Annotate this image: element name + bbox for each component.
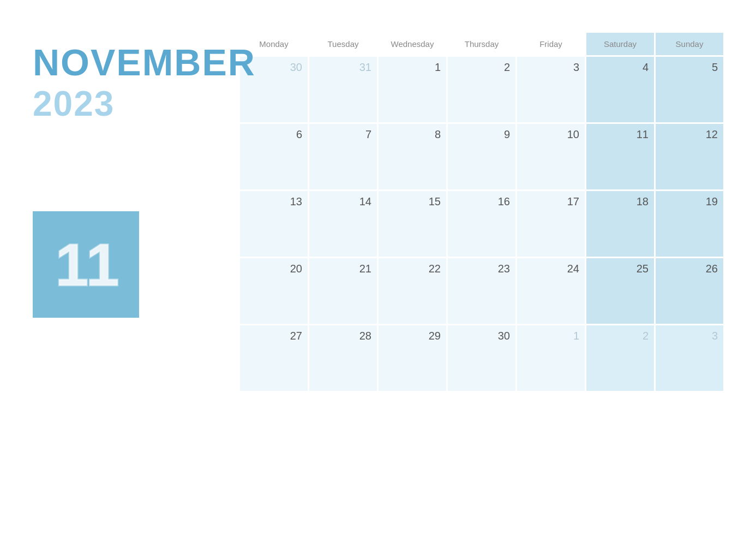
week-row-3: 13141516171819 [240,191,723,257]
day-cell[interactable]: 22 [379,258,446,324]
day-header-thursday: Thursday [448,33,515,55]
day-number: 5 [712,61,718,74]
month-number-box: 11 [33,211,139,318]
day-number: 1 [573,330,579,342]
day-number: 22 [429,263,441,275]
weeks-container: 3031123456789101112131415161718192021222… [240,57,723,391]
day-number: 25 [637,263,649,275]
day-cell[interactable]: 26 [656,258,723,324]
day-cell[interactable]: 17 [517,191,585,257]
month-title: NOVEMBER [33,44,240,81]
day-number: 6 [296,128,302,141]
day-cell[interactable]: 8 [379,124,446,189]
day-number: 28 [359,330,371,342]
day-number: 31 [359,61,371,74]
day-number: 23 [498,263,510,275]
day-number: 29 [429,330,441,342]
week-row-2: 6789101112 [240,124,723,189]
day-cell[interactable]: 10 [517,124,585,189]
day-cell[interactable]: 1 [379,57,446,122]
day-number: 15 [429,195,441,208]
day-cell[interactable]: 9 [448,124,515,189]
calendar-page: NOVEMBER 2023 11 MondayTuesdayWednesdayT… [0,0,756,535]
day-cell[interactable]: 6 [240,124,308,189]
day-number: 18 [637,195,649,208]
day-cell[interactable]: 28 [309,325,377,391]
day-header-sunday: Sunday [656,33,723,55]
day-number: 21 [359,263,371,275]
day-cell[interactable]: 20 [240,258,308,324]
day-header-wednesday: Wednesday [379,33,446,55]
day-cell[interactable]: 23 [448,258,515,324]
calendar-grid: MondayTuesdayWednesdayThursdayFridaySatu… [240,33,723,391]
day-cell[interactable]: 24 [517,258,585,324]
day-number: 9 [504,128,510,141]
day-cell[interactable]: 29 [379,325,446,391]
day-number: 4 [643,61,649,74]
week-row-4: 20212223242526 [240,258,723,324]
day-number: 14 [359,195,371,208]
day-cell[interactable]: 2 [448,57,515,122]
day-cell[interactable]: 14 [309,191,377,257]
day-cell[interactable]: 30 [448,325,515,391]
left-panel: NOVEMBER 2023 11 [33,33,240,121]
day-cell[interactable]: 7 [309,124,377,189]
day-number: 7 [365,128,371,141]
day-number: 27 [290,330,302,342]
day-cell[interactable]: 19 [656,191,723,257]
day-number: 3 [573,61,579,74]
day-number: 1 [435,61,441,74]
day-cell[interactable]: 16 [448,191,515,257]
day-number: 3 [712,330,718,342]
day-cell[interactable]: 11 [586,124,654,189]
day-number: 10 [567,128,579,141]
day-cell[interactable]: 5 [656,57,723,122]
day-cell[interactable]: 13 [240,191,308,257]
day-cell[interactable]: 3 [656,325,723,391]
day-cell[interactable]: 25 [586,258,654,324]
day-cell[interactable]: 27 [240,325,308,391]
day-headers: MondayTuesdayWednesdayThursdayFridaySatu… [240,33,723,55]
day-cell[interactable]: 4 [586,57,654,122]
day-cell[interactable]: 21 [309,258,377,324]
day-number: 20 [290,263,302,275]
day-cell[interactable]: 1 [517,325,585,391]
day-header-tuesday: Tuesday [309,33,377,55]
day-header-friday: Friday [517,33,585,55]
week-row-5: 27282930123 [240,325,723,391]
day-number: 12 [706,128,718,141]
day-number: 30 [498,330,510,342]
day-number: 19 [706,195,718,208]
day-cell[interactable]: 12 [656,124,723,189]
day-cell[interactable]: 3 [517,57,585,122]
day-number: 8 [435,128,441,141]
day-cell[interactable]: 31 [309,57,377,122]
year-title: 2023 [33,86,240,121]
day-cell[interactable]: 15 [379,191,446,257]
day-number: 26 [706,263,718,275]
day-number: 11 [637,128,649,141]
day-number: 16 [498,195,510,208]
day-number: 13 [290,195,302,208]
week-row-1: 303112345 [240,57,723,122]
month-number: 11 [55,235,116,295]
day-number: 24 [567,263,579,275]
day-number: 2 [643,330,649,342]
day-number: 30 [290,61,302,74]
day-cell[interactable]: 2 [586,325,654,391]
day-cell[interactable]: 18 [586,191,654,257]
day-number: 2 [504,61,510,74]
day-header-saturday: Saturday [586,33,654,55]
day-number: 17 [567,195,579,208]
